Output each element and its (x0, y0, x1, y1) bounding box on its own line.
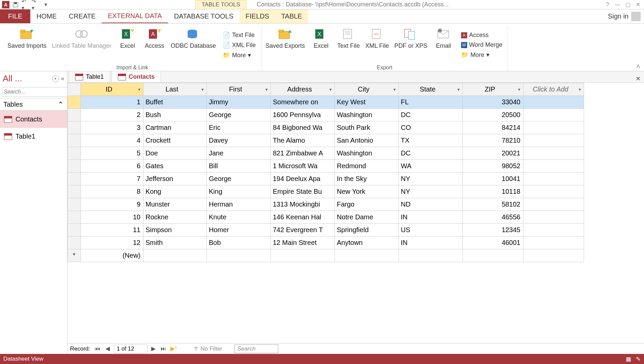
cell-city[interactable]: New York (335, 185, 399, 198)
cell-city[interactable]: Key West (335, 96, 399, 109)
table-row[interactable]: 10RockneKnute146 Keenan HalNotre DameIN4… (68, 211, 584, 224)
cell-id[interactable]: 1 (81, 96, 143, 109)
maximize-icon[interactable]: ▢ (624, 1, 632, 9)
cell-zip[interactable]: 10118 (463, 185, 523, 198)
chevron-down-icon[interactable]: ▼ (137, 87, 141, 92)
cell-state[interactable]: FL (399, 96, 463, 109)
row-selector[interactable] (68, 211, 81, 224)
cell-first[interactable]: Knute (207, 211, 271, 224)
nav-collapse-icon[interactable]: « (61, 75, 64, 82)
row-selector[interactable] (68, 147, 81, 160)
cell-address[interactable]: 1 Microsoft Wa (271, 160, 335, 173)
cell-empty[interactable] (523, 173, 584, 185)
cell-state[interactable]: DC (399, 109, 463, 121)
qat-redo-icon[interactable]: ↷ ▾ (32, 1, 40, 9)
cell-address[interactable]: 1600 Pennsylva (271, 109, 335, 121)
cell-first[interactable]: Davey (207, 134, 271, 147)
design-view-icon[interactable]: ✎ (636, 356, 641, 363)
nav-item-table1[interactable]: Table1 (0, 128, 67, 145)
table-row[interactable]: 2BushGeorge1600 PennsylvaWashingtonDC205… (68, 109, 584, 121)
tab-fields[interactable]: FIELDS (239, 9, 275, 23)
cell-state[interactable]: NY (399, 185, 463, 198)
import-more-button[interactable]: 📁More ▾ (221, 51, 258, 60)
nav-item-contacts[interactable]: Contacts (0, 111, 67, 128)
cell-id[interactable]: 5 (81, 147, 143, 160)
export-email-button[interactable]: Email (431, 26, 456, 65)
cell-address[interactable]: 821 Zimbabwe A (271, 147, 335, 160)
cell-last[interactable]: Jefferson (143, 173, 207, 185)
import-odbc-button[interactable]: ODBC Database (169, 26, 218, 65)
cell-zip[interactable]: 84214 (463, 121, 523, 134)
cell-state[interactable]: IN (399, 211, 463, 224)
cell-state[interactable]: DC (399, 147, 463, 160)
cell-empty[interactable] (523, 160, 584, 173)
cell-last[interactable]: Gates (143, 160, 207, 173)
col-header-address[interactable]: Address▼ (271, 83, 335, 96)
cell-city[interactable]: Fargo (335, 198, 399, 211)
row-selector[interactable] (68, 160, 81, 173)
cell-empty[interactable] (523, 211, 584, 224)
import-xml-file-button[interactable]: 📄XML File (221, 41, 258, 49)
cell-city[interactable]: Redmond (335, 160, 399, 173)
doctab-close-icon[interactable]: ✕ (636, 75, 641, 82)
cell-city[interactable]: Washington (335, 109, 399, 121)
cell-id[interactable]: 8 (81, 185, 143, 198)
cell-state[interactable]: CO (399, 121, 463, 134)
nav-last-icon[interactable]: ⏭ (160, 345, 168, 353)
row-selector[interactable] (68, 109, 81, 121)
cell-address[interactable]: 742 Evergreen T (271, 224, 335, 236)
import-text-file-button[interactable]: 📄Text File (221, 31, 258, 39)
import-access-button[interactable]: A Access (142, 26, 167, 65)
col-header-first[interactable]: First▼ (207, 83, 271, 96)
nav-prev-icon[interactable]: ◀ (104, 345, 112, 353)
cell-first[interactable]: Jane (207, 147, 271, 160)
cell-address[interactable]: 146 Keenan Hal (271, 211, 335, 224)
export-access-button[interactable]: AAccess (459, 31, 505, 39)
cell-empty[interactable] (523, 134, 584, 147)
col-header-zip[interactable]: ZIP▼ (463, 83, 523, 96)
chevron-down-icon[interactable]: ▼ (457, 87, 460, 92)
cell-id[interactable]: 9 (81, 198, 143, 211)
row-selector[interactable] (68, 134, 81, 147)
cell-address[interactable]: 194 Deelux Apa (271, 173, 335, 185)
cell-first[interactable]: Homer (207, 224, 271, 236)
datasheet[interactable]: ID▼ Last▼ First▼ Address▼ City▼ State▼ Z… (67, 83, 644, 343)
row-selector[interactable] (68, 236, 81, 249)
linked-table-manager-button[interactable]: Linked Table Manager (50, 26, 114, 65)
cell-id[interactable]: 6 (81, 160, 143, 173)
new-row[interactable]: *(New) (68, 249, 584, 262)
doctab-table1[interactable]: Table1 (69, 71, 110, 82)
cell-last[interactable]: Kong (143, 185, 207, 198)
nav-search-input[interactable] (2, 87, 73, 97)
cell-state[interactable]: US (399, 224, 463, 236)
tab-external-data[interactable]: EXTERNAL DATA (102, 9, 168, 23)
cell-first[interactable]: Bill (207, 160, 271, 173)
cell-empty[interactable] (523, 198, 584, 211)
nav-tables-header[interactable]: Tables ⌃ (0, 98, 67, 111)
minimize-icon[interactable]: — (614, 1, 622, 9)
cell-id[interactable]: 7 (81, 173, 143, 185)
cell-id[interactable]: 4 (81, 134, 143, 147)
qat-undo-icon[interactable]: ↶ ▾ (22, 1, 30, 9)
cell-last[interactable]: Rockne (143, 211, 207, 224)
nav-filter-icon[interactable]: ▾ (52, 75, 59, 82)
nav-next-icon[interactable]: ▶ (150, 345, 158, 353)
cell-last[interactable]: Simpson (143, 224, 207, 236)
cell-state[interactable]: TX (399, 134, 463, 147)
chevron-down-icon[interactable]: ▼ (329, 87, 332, 92)
cell-last[interactable]: Munster (143, 198, 207, 211)
export-word-merge-button[interactable]: WWord Merge (459, 41, 505, 49)
col-header-city[interactable]: City▼ (335, 83, 399, 96)
row-selector[interactable] (68, 96, 81, 109)
doctab-contacts[interactable]: Contacts (111, 71, 161, 82)
cell-city[interactable]: Springfield (335, 224, 399, 236)
saved-imports-button[interactable]: Saved Imports (5, 26, 49, 65)
help-icon[interactable]: ? (604, 1, 612, 9)
cell-last[interactable]: Cartman (143, 121, 207, 134)
export-pdf-button[interactable]: PDF or XPS (392, 26, 429, 65)
cell-new-id[interactable]: (New) (81, 249, 143, 262)
cell-last[interactable]: Crockett (143, 134, 207, 147)
table-row[interactable]: 4CrockettDaveyThe AlamoSan AntonioTX7821… (68, 134, 584, 147)
cell-state[interactable]: ND (399, 198, 463, 211)
col-header-last[interactable]: Last▼ (143, 83, 207, 96)
